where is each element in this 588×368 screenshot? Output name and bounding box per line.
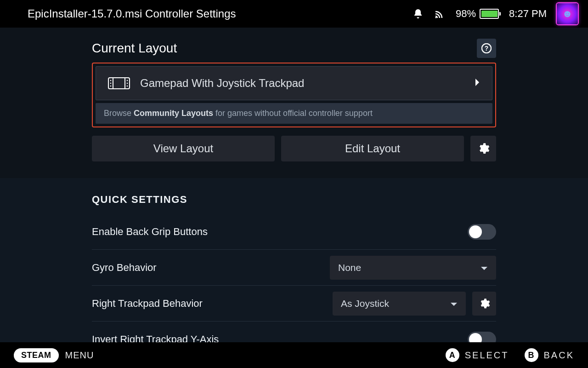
layout-highlight-box: Gamepad With Joystick Trackpad Browse Co…	[92, 63, 496, 127]
toggle-back-grip[interactable]	[468, 224, 496, 240]
battery-icon	[480, 9, 499, 19]
select-label: SELECT	[465, 350, 509, 361]
steam-button[interactable]: STEAM	[14, 348, 59, 362]
svg-point-0	[435, 17, 437, 18]
b-button-icon[interactable]: B	[525, 348, 538, 362]
a-button-icon[interactable]: A	[446, 348, 459, 362]
select-gyro-behavior[interactable]: None	[330, 256, 496, 280]
select-right-trackpad-behavior[interactable]: As Joystick	[333, 292, 466, 316]
chevron-down-icon	[481, 262, 488, 273]
quick-settings-title: QUICK SETTINGS	[92, 178, 496, 214]
select-gyro-value: None	[338, 262, 361, 273]
setting-back-grip-label: Enable Back Grip Buttons	[92, 226, 461, 238]
setting-gyro-label: Gyro Behavior	[92, 262, 323, 274]
clock: 8:27 PM	[509, 8, 547, 20]
browse-suffix: for games without official controller su…	[213, 109, 373, 118]
back-label: BACK	[544, 350, 574, 361]
svg-point-7	[110, 86, 112, 87]
battery-percent: 98%	[456, 8, 476, 20]
cast-icon[interactable]	[434, 8, 446, 19]
svg-point-10	[127, 86, 128, 87]
svg-point-8	[127, 80, 128, 81]
current-layout-name: Gamepad With Joystick Trackpad	[140, 77, 464, 90]
svg-rect-3	[108, 78, 130, 89]
svg-point-6	[110, 83, 112, 84]
layout-settings-button[interactable]	[470, 136, 496, 161]
layout-button-row: View Layout Edit Layout	[92, 136, 496, 161]
svg-point-9	[127, 83, 128, 84]
select-right-trackpad-value: As Joystick	[341, 298, 389, 309]
svg-rect-4	[113, 78, 125, 89]
current-layout-title: Current Layout	[92, 41, 177, 56]
setting-gyro: Gyro Behavior None	[92, 250, 496, 286]
controller-icon	[108, 77, 130, 89]
svg-point-5	[110, 80, 112, 81]
chevron-right-icon	[475, 78, 480, 88]
menu-label: MENU	[65, 350, 94, 361]
chevron-down-icon	[450, 298, 458, 309]
top-bar: EpicInstaller-15.7.0.msi Controller Sett…	[0, 0, 588, 28]
setting-right-trackpad: Right Trackpad Behavior As Joystick	[92, 286, 496, 322]
avatar[interactable]: ☻	[557, 3, 578, 24]
svg-text:?: ?	[485, 45, 488, 52]
battery-status: 98%	[456, 8, 499, 20]
setting-back-grip: Enable Back Grip Buttons	[92, 214, 496, 250]
help-button[interactable]: ?	[477, 39, 496, 58]
footer-bar: STEAM MENU A SELECT B BACK	[0, 342, 588, 368]
content: Current Layout ? Gamepad With Joystick T…	[0, 28, 588, 368]
page-title: EpicInstaller-15.7.0.msi Controller Sett…	[28, 7, 236, 20]
browse-bold: Community Layouts	[134, 109, 213, 118]
browse-community-layouts[interactable]: Browse Community Layouts for games witho…	[96, 103, 492, 124]
right-trackpad-settings-button[interactable]	[472, 292, 496, 316]
bell-icon[interactable]	[413, 8, 424, 19]
quick-settings-section: QUICK SETTINGS Enable Back Grip Buttons …	[0, 178, 588, 368]
edit-layout-button[interactable]: Edit Layout	[281, 136, 464, 161]
setting-right-trackpad-label: Right Trackpad Behavior	[92, 298, 326, 310]
current-layout-row[interactable]: Gamepad With Joystick Trackpad	[96, 66, 492, 100]
view-layout-button[interactable]: View Layout	[92, 136, 275, 161]
status-area: 98% 8:27 PM ☻	[413, 3, 578, 24]
browse-prefix: Browse	[104, 109, 134, 118]
